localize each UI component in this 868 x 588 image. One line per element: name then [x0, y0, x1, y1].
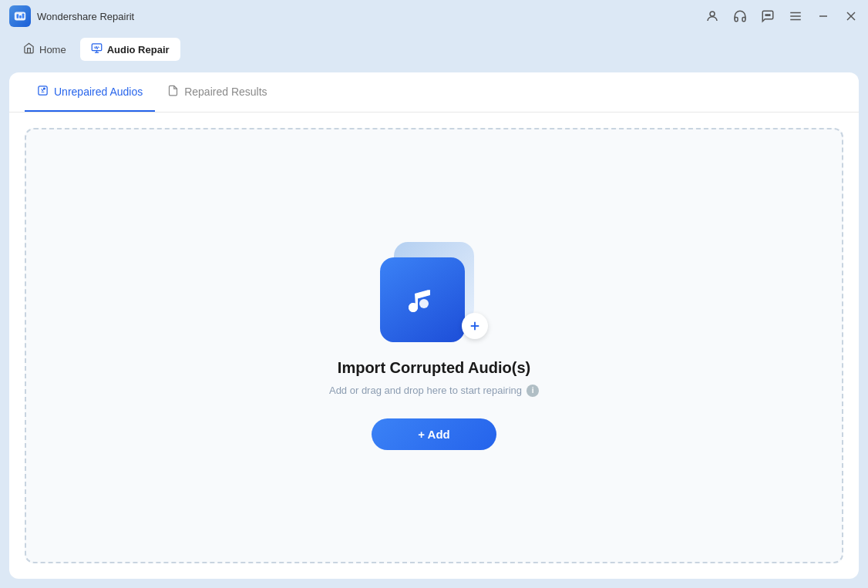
- music-icon-wrapper: [380, 242, 488, 342]
- minimize-button[interactable]: [816, 8, 831, 24]
- repaired-tab-icon: [167, 85, 179, 99]
- svg-point-4: [710, 12, 715, 16]
- import-subtitle-text: Add or drag and drop here to start repai…: [329, 385, 522, 396]
- tab-unrepaired-audios[interactable]: Unrepaired Audios: [25, 72, 155, 112]
- svg-point-6: [767, 15, 769, 16]
- app-title: Wondershare Repairit: [37, 11, 134, 22]
- chat-icon[interactable]: [760, 8, 775, 24]
- titlebar-right: [705, 8, 859, 24]
- svg-point-21: [419, 299, 429, 308]
- audio-repair-nav-button[interactable]: Audio Repair: [80, 38, 180, 61]
- music-note-icon: [401, 278, 444, 321]
- titlebar: Wondershare Repairit: [0, 0, 868, 32]
- home-icon: [23, 42, 35, 56]
- tab-repaired-label: Repaired Results: [184, 86, 267, 98]
- import-title: Import Corrupted Audio(s): [338, 359, 530, 377]
- tab-repaired-results[interactable]: Repaired Results: [155, 72, 279, 112]
- svg-point-7: [769, 15, 771, 16]
- menu-icon[interactable]: [788, 8, 803, 24]
- app-icon: [9, 5, 31, 27]
- svg-rect-3: [22, 13, 25, 18]
- tabs-bar: Unrepaired Audios Repaired Results: [9, 72, 859, 113]
- audio-repair-icon: [91, 42, 103, 56]
- unrepaired-tab-icon: [37, 85, 49, 99]
- content-card: Unrepaired Audios Repaired Results: [9, 72, 859, 579]
- add-button-label: + Add: [418, 428, 450, 441]
- account-icon[interactable]: [705, 8, 720, 24]
- info-icon[interactable]: i: [527, 385, 539, 397]
- import-subtitle: Add or drag and drop here to start repai…: [329, 385, 539, 397]
- audio-repair-nav-label: Audio Repair: [107, 44, 170, 55]
- home-nav-label: Home: [39, 44, 66, 55]
- tab-unrepaired-label: Unrepaired Audios: [54, 86, 143, 98]
- dropzone[interactable]: Import Corrupted Audio(s) Add or drag an…: [25, 128, 843, 563]
- music-card-front: [380, 257, 465, 342]
- svg-point-5: [765, 15, 767, 16]
- home-nav-button[interactable]: Home: [12, 38, 77, 61]
- plus-badge: [462, 313, 488, 339]
- close-button[interactable]: [843, 8, 859, 24]
- add-button[interactable]: + Add: [372, 418, 496, 450]
- navbar: Home Audio Repair: [0, 32, 868, 66]
- titlebar-left: Wondershare Repairit: [9, 5, 134, 27]
- svg-point-18: [43, 88, 45, 89]
- svg-rect-2: [19, 15, 22, 18]
- main-area: Unrepaired Audios Repaired Results: [0, 66, 868, 588]
- headset-icon[interactable]: [732, 8, 748, 24]
- svg-point-20: [409, 303, 418, 312]
- svg-rect-1: [17, 14, 19, 18]
